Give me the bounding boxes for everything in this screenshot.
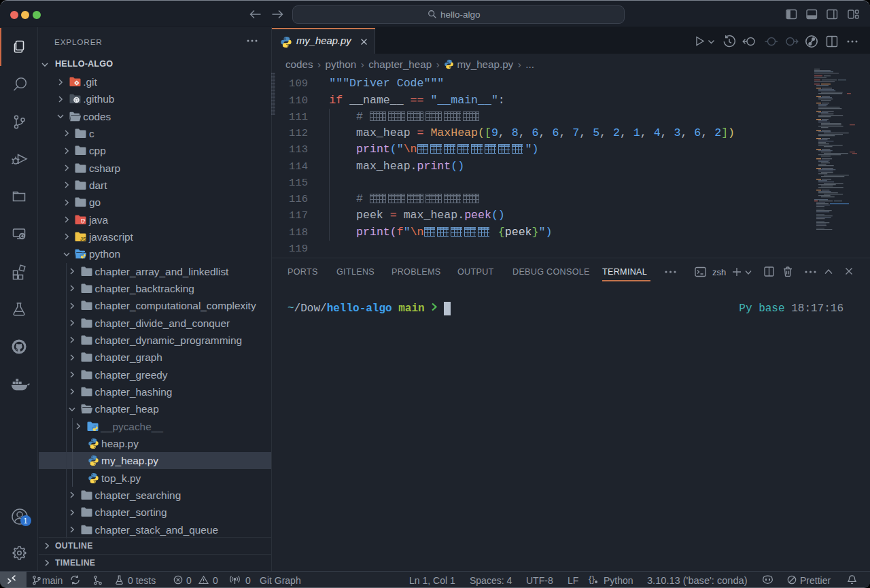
svg-text:JS: JS	[80, 237, 86, 241]
